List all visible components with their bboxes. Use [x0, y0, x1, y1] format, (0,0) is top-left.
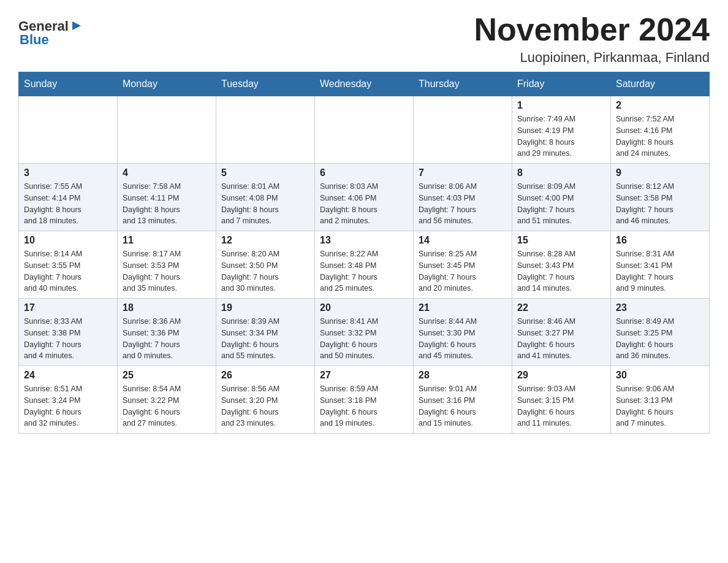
day-number: 18 — [123, 302, 211, 313]
day-info: Sunrise: 8:54 AMSunset: 3:22 PMDaylight:… — [123, 383, 211, 429]
calendar-cell — [118, 96, 216, 164]
svg-marker-0 — [72, 21, 81, 30]
calendar-cell — [19, 96, 118, 164]
calendar-cell: 5Sunrise: 8:01 AMSunset: 4:08 PMDaylight… — [216, 164, 315, 231]
calendar-cell: 7Sunrise: 8:06 AMSunset: 4:03 PMDaylight… — [414, 164, 512, 231]
day-number: 2 — [616, 100, 704, 111]
day-info: Sunrise: 9:01 AMSunset: 3:16 PMDaylight:… — [419, 383, 507, 429]
day-number: 10 — [24, 235, 112, 246]
day-number: 6 — [320, 167, 408, 178]
calendar-cell: 26Sunrise: 8:56 AMSunset: 3:20 PMDayligh… — [216, 366, 315, 434]
calendar-cell: 8Sunrise: 8:09 AMSunset: 4:00 PMDaylight… — [512, 164, 611, 231]
calendar-cell: 28Sunrise: 9:01 AMSunset: 3:16 PMDayligh… — [414, 366, 512, 434]
calendar-cell: 18Sunrise: 8:36 AMSunset: 3:36 PMDayligh… — [118, 299, 216, 366]
day-info: Sunrise: 8:39 AMSunset: 3:34 PMDaylight:… — [221, 316, 309, 362]
day-info: Sunrise: 7:52 AMSunset: 4:16 PMDaylight:… — [616, 113, 704, 159]
calendar-cell: 9Sunrise: 8:12 AMSunset: 3:58 PMDaylight… — [611, 164, 710, 231]
day-number: 28 — [419, 370, 507, 381]
calendar-cell: 19Sunrise: 8:39 AMSunset: 3:34 PMDayligh… — [216, 299, 315, 366]
weekday-header-sunday: Sunday — [19, 72, 118, 96]
day-info: Sunrise: 8:25 AMSunset: 3:45 PMDaylight:… — [419, 248, 507, 294]
day-number: 23 — [616, 302, 704, 313]
day-info: Sunrise: 8:12 AMSunset: 3:58 PMDaylight:… — [616, 181, 704, 227]
day-number: 16 — [616, 235, 704, 246]
day-number: 22 — [517, 302, 605, 313]
day-info: Sunrise: 8:09 AMSunset: 4:00 PMDaylight:… — [517, 181, 605, 227]
day-info: Sunrise: 8:33 AMSunset: 3:38 PMDaylight:… — [24, 316, 112, 362]
calendar-table: SundayMondayTuesdayWednesdayThursdayFrid… — [18, 72, 710, 434]
calendar-cell: 16Sunrise: 8:31 AMSunset: 3:41 PMDayligh… — [611, 231, 710, 299]
day-number: 7 — [419, 167, 507, 178]
weekday-header-wednesday: Wednesday — [315, 72, 414, 96]
weekday-header-friday: Friday — [512, 72, 611, 96]
calendar-cell: 11Sunrise: 8:17 AMSunset: 3:53 PMDayligh… — [118, 231, 216, 299]
day-number: 15 — [517, 235, 605, 246]
calendar-week-row: 24Sunrise: 8:51 AMSunset: 3:24 PMDayligh… — [19, 366, 710, 434]
day-info: Sunrise: 9:06 AMSunset: 3:13 PMDaylight:… — [616, 383, 704, 429]
calendar-cell: 30Sunrise: 9:06 AMSunset: 3:13 PMDayligh… — [611, 366, 710, 434]
calendar-cell: 3Sunrise: 7:55 AMSunset: 4:14 PMDaylight… — [19, 164, 118, 231]
day-info: Sunrise: 8:01 AMSunset: 4:08 PMDaylight:… — [221, 181, 309, 227]
day-info: Sunrise: 8:17 AMSunset: 3:53 PMDaylight:… — [123, 248, 211, 294]
day-info: Sunrise: 8:31 AMSunset: 3:41 PMDaylight:… — [616, 248, 704, 294]
day-info: Sunrise: 8:41 AMSunset: 3:32 PMDaylight:… — [320, 316, 408, 362]
page-header: General Blue November 2024 Luopioinen, P… — [18, 12, 710, 66]
day-number: 14 — [419, 235, 507, 246]
day-info: Sunrise: 7:58 AMSunset: 4:11 PMDaylight:… — [123, 181, 211, 227]
day-number: 27 — [320, 370, 408, 381]
logo: General Blue — [18, 12, 83, 48]
calendar-cell: 23Sunrise: 8:49 AMSunset: 3:25 PMDayligh… — [611, 299, 710, 366]
day-info: Sunrise: 8:22 AMSunset: 3:48 PMDaylight:… — [320, 248, 408, 294]
day-number: 8 — [517, 167, 605, 178]
day-number: 29 — [517, 370, 605, 381]
day-number: 30 — [616, 370, 704, 381]
calendar-cell: 17Sunrise: 8:33 AMSunset: 3:38 PMDayligh… — [19, 299, 118, 366]
day-number: 5 — [221, 167, 309, 178]
day-info: Sunrise: 8:36 AMSunset: 3:36 PMDaylight:… — [123, 316, 211, 362]
calendar-cell: 21Sunrise: 8:44 AMSunset: 3:30 PMDayligh… — [414, 299, 512, 366]
weekday-header-monday: Monday — [118, 72, 216, 96]
day-number: 13 — [320, 235, 408, 246]
day-info: Sunrise: 8:44 AMSunset: 3:30 PMDaylight:… — [419, 316, 507, 362]
day-number: 25 — [123, 370, 211, 381]
calendar-cell: 24Sunrise: 8:51 AMSunset: 3:24 PMDayligh… — [19, 366, 118, 434]
calendar-cell: 12Sunrise: 8:20 AMSunset: 3:50 PMDayligh… — [216, 231, 315, 299]
calendar-cell: 15Sunrise: 8:28 AMSunset: 3:43 PMDayligh… — [512, 231, 611, 299]
title-area: November 2024 Luopioinen, Pirkanmaa, Fin… — [474, 12, 710, 66]
day-info: Sunrise: 8:14 AMSunset: 3:55 PMDaylight:… — [24, 248, 112, 294]
weekday-header-row: SundayMondayTuesdayWednesdayThursdayFrid… — [19, 72, 710, 96]
calendar-cell: 6Sunrise: 8:03 AMSunset: 4:06 PMDaylight… — [315, 164, 414, 231]
day-number: 26 — [221, 370, 309, 381]
day-info: Sunrise: 8:28 AMSunset: 3:43 PMDaylight:… — [517, 248, 605, 294]
day-number: 12 — [221, 235, 309, 246]
calendar-cell: 27Sunrise: 8:59 AMSunset: 3:18 PMDayligh… — [315, 366, 414, 434]
day-info: Sunrise: 8:59 AMSunset: 3:18 PMDaylight:… — [320, 383, 408, 429]
calendar-week-row: 10Sunrise: 8:14 AMSunset: 3:55 PMDayligh… — [19, 231, 710, 299]
day-info: Sunrise: 8:49 AMSunset: 3:25 PMDaylight:… — [616, 316, 704, 362]
day-info: Sunrise: 8:56 AMSunset: 3:20 PMDaylight:… — [221, 383, 309, 429]
day-info: Sunrise: 8:06 AMSunset: 4:03 PMDaylight:… — [419, 181, 507, 227]
calendar-cell: 29Sunrise: 9:03 AMSunset: 3:15 PMDayligh… — [512, 366, 611, 434]
day-number: 1 — [517, 100, 605, 111]
calendar-cell: 2Sunrise: 7:52 AMSunset: 4:16 PMDaylight… — [611, 96, 710, 164]
day-number: 11 — [123, 235, 211, 246]
calendar-cell: 14Sunrise: 8:25 AMSunset: 3:45 PMDayligh… — [414, 231, 512, 299]
day-info: Sunrise: 8:51 AMSunset: 3:24 PMDaylight:… — [24, 383, 112, 429]
calendar-cell: 13Sunrise: 8:22 AMSunset: 3:48 PMDayligh… — [315, 231, 414, 299]
day-info: Sunrise: 8:03 AMSunset: 4:06 PMDaylight:… — [320, 181, 408, 227]
calendar-cell — [315, 96, 414, 164]
day-number: 9 — [616, 167, 704, 178]
day-number: 4 — [123, 167, 211, 178]
location-subtitle: Luopioinen, Pirkanmaa, Finland — [474, 50, 710, 66]
logo-blue-text: Blue — [20, 32, 49, 47]
weekday-header-saturday: Saturday — [611, 72, 710, 96]
calendar-cell — [414, 96, 512, 164]
day-number: 3 — [24, 167, 112, 178]
day-number: 24 — [24, 370, 112, 381]
day-number: 19 — [221, 302, 309, 313]
calendar-week-row: 3Sunrise: 7:55 AMSunset: 4:14 PMDaylight… — [19, 164, 710, 231]
calendar-cell: 10Sunrise: 8:14 AMSunset: 3:55 PMDayligh… — [19, 231, 118, 299]
calendar-cell: 22Sunrise: 8:46 AMSunset: 3:27 PMDayligh… — [512, 299, 611, 366]
day-info: Sunrise: 8:46 AMSunset: 3:27 PMDaylight:… — [517, 316, 605, 362]
day-info: Sunrise: 9:03 AMSunset: 3:15 PMDaylight:… — [517, 383, 605, 429]
